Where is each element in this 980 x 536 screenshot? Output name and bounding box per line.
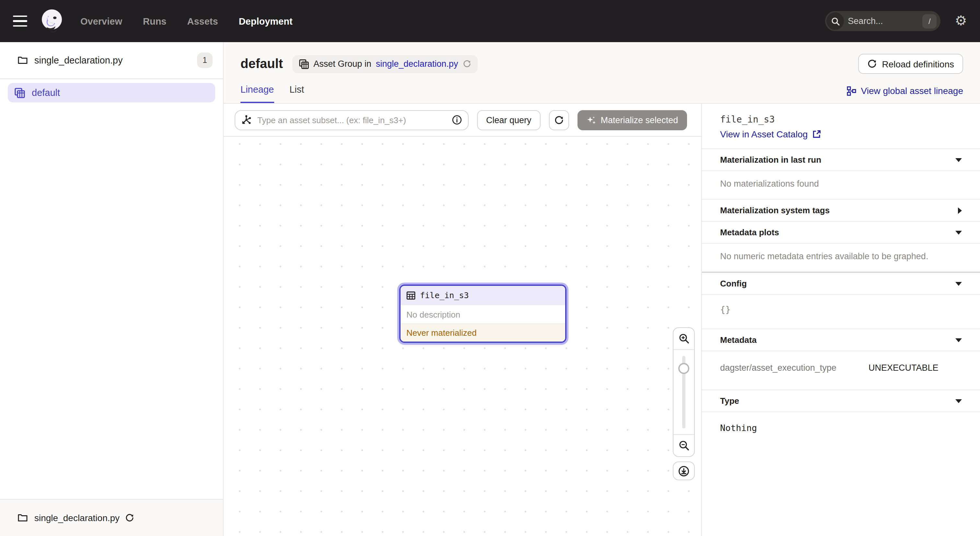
section-body-empty-state: No numeric metadata entries available to… — [702, 243, 980, 272]
view-tabs: Lineage List — [240, 84, 304, 103]
nav-item-overview[interactable]: Overview — [80, 16, 122, 26]
top-nav-right: / ⚙ — [825, 11, 967, 31]
search-icon — [826, 12, 844, 30]
sidebar-file-row[interactable]: single_declaration.py 1 — [0, 42, 223, 79]
nav-links: Overview Runs Assets Deployment — [80, 16, 293, 26]
search-shortcut-badge: / — [922, 14, 937, 28]
sidebar-footer-file-row[interactable]: single_declaration.py — [0, 499, 223, 536]
section-title: Type — [720, 396, 739, 406]
refresh-graph-button[interactable] — [549, 110, 569, 130]
folder-icon — [18, 56, 28, 65]
metadata-key: dagster/asset_execution_type — [720, 363, 869, 373]
reload-definitions-label: Reload definitions — [882, 59, 954, 69]
search-box[interactable]: / — [825, 11, 940, 31]
section-title: Materialization in last run — [720, 155, 821, 165]
materialize-selected-button[interactable]: Materialize selected — [578, 110, 687, 130]
refresh-icon[interactable] — [125, 513, 134, 522]
asset-node-description: No description — [401, 305, 565, 323]
zoom-in-icon — [678, 333, 689, 344]
asset-group-badge-text: Asset Group in — [313, 59, 371, 69]
asset-node-status: Never materialized — [401, 323, 565, 342]
lineage-toolbar: Clear query Materialize selected — [224, 104, 701, 137]
nav-item-deployment[interactable]: Deployment — [239, 16, 293, 26]
external-link-icon — [812, 130, 821, 139]
zoom-slider[interactable] — [673, 350, 694, 434]
section-body-empty-state: No materializations found — [702, 170, 980, 199]
lineage-graph-canvas[interactable]: file_in_s3 No description Never material… — [224, 137, 701, 536]
metadata-table: dagster/asset_execution_type UNEXECUTABL… — [702, 351, 980, 390]
page-header: default Asset Group in single_declaratio… — [224, 42, 980, 104]
view-global-asset-lineage-label: View global asset lineage — [861, 86, 964, 96]
asset-node-file-in-s3[interactable]: file_in_s3 No description Never material… — [397, 283, 568, 345]
hamburger-icon[interactable] — [13, 16, 27, 27]
metadata-value: UNEXECUTABLE — [869, 363, 939, 373]
asset-group-grid-icon — [299, 59, 309, 69]
tab-list[interactable]: List — [290, 84, 304, 103]
dagster-logo-icon[interactable] — [39, 8, 66, 35]
lineage-view: Clear query Materialize selected — [224, 104, 701, 536]
asset-selector-icon — [241, 115, 251, 125]
code-location-sidebar: single_declaration.py 1 default — [0, 42, 224, 536]
page-title: default — [240, 56, 283, 71]
view-in-asset-catalog-label: View in Asset Catalog — [720, 129, 808, 139]
section-config[interactable]: Config — [702, 273, 980, 294]
chevron-right-icon — [958, 207, 962, 213]
zoom-out-button[interactable] — [673, 435, 694, 456]
tab-lineage[interactable]: Lineage — [240, 84, 274, 103]
reload-definitions-button[interactable]: Reload definitions — [858, 54, 963, 74]
folder-icon — [18, 513, 28, 522]
asset-group-grid-icon — [14, 87, 25, 98]
section-title: Metadata plots — [720, 227, 779, 237]
nav-item-assets[interactable]: Assets — [187, 16, 218, 26]
screenshot-stage: Overview Runs Assets Deployment / ⚙ sing… — [0, 0, 980, 536]
clear-query-button[interactable]: Clear query — [477, 110, 541, 130]
section-type[interactable]: Type — [702, 390, 980, 412]
chevron-down-icon — [955, 282, 962, 286]
dagster-app: Overview Runs Assets Deployment / ⚙ sing… — [0, 0, 980, 536]
type-value: Nothing — [702, 412, 980, 449]
asset-detail-title: file_in_s3 — [720, 114, 962, 124]
asset-group-file-link[interactable]: single_declaration.py — [376, 59, 458, 69]
section-title: Config — [720, 279, 747, 288]
sparkle-icon — [587, 115, 596, 125]
config-value: {} — [702, 294, 980, 329]
download-icon — [678, 465, 690, 477]
section-title: Materialization system tags — [720, 205, 830, 215]
zoom-control-panel — [673, 327, 695, 457]
sidebar-group-list: default — [0, 79, 223, 499]
section-metadata[interactable]: Metadata — [702, 329, 980, 351]
chevron-down-icon — [955, 338, 962, 342]
asset-group-badge: Asset Group in single_declaration.py — [292, 55, 477, 73]
section-materialization-system-tags[interactable]: Materialization system tags — [702, 199, 980, 221]
asset-node-name: file_in_s3 — [420, 290, 469, 300]
view-in-asset-catalog-link[interactable]: View in Asset Catalog — [720, 129, 962, 139]
zoom-out-icon — [678, 440, 689, 451]
asset-detail-panel: file_in_s3 View in Asset Catalog — [701, 104, 980, 536]
refresh-icon — [554, 115, 564, 125]
refresh-icon[interactable] — [463, 60, 471, 68]
table-grid-icon — [406, 291, 415, 300]
nav-item-runs[interactable]: Runs — [143, 16, 167, 26]
lineage-graph-icon — [847, 86, 856, 95]
asset-subset-input[interactable] — [256, 115, 447, 126]
zoom-in-button[interactable] — [673, 328, 694, 349]
refresh-icon — [867, 59, 877, 69]
asset-subset-inputbox[interactable] — [235, 110, 469, 130]
zoom-slider-handle[interactable] — [678, 363, 689, 374]
top-nav: Overview Runs Assets Deployment / ⚙ — [0, 0, 980, 42]
download-graph-button[interactable] — [673, 461, 695, 480]
gear-icon[interactable]: ⚙ — [955, 14, 967, 28]
sidebar-footer-label: single_declaration.py — [34, 513, 119, 523]
view-global-asset-lineage-link[interactable]: View global asset lineage — [847, 86, 964, 103]
sidebar-file-label: single_declaration.py — [34, 55, 123, 65]
search-input[interactable] — [844, 16, 922, 26]
sidebar-item-default-group[interactable]: default — [8, 83, 215, 102]
section-materialization-in-last-run[interactable]: Materialization in last run — [702, 148, 980, 170]
asset-count-badge: 1 — [197, 52, 213, 68]
metadata-row: dagster/asset_execution_type UNEXECUTABL… — [720, 362, 962, 374]
info-icon[interactable] — [452, 115, 462, 125]
section-metadata-plots[interactable]: Metadata plots — [702, 221, 980, 243]
sidebar-item-label: default — [32, 87, 60, 98]
chevron-down-icon — [955, 231, 962, 234]
materialize-selected-label: Materialize selected — [601, 115, 678, 125]
